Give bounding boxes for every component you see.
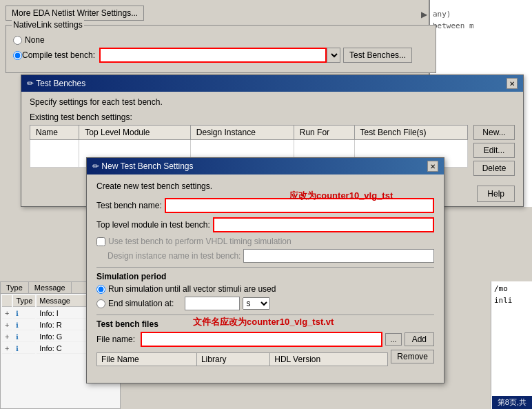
expand-cell[interactable]: +	[2, 343, 12, 354]
nativelink-group: NativeLink settings None Compile test be…	[6, 25, 436, 73]
add-button[interactable]: Add	[405, 332, 434, 346]
run-all-radio-row: Run simulation until all vector stimuli …	[96, 284, 434, 294]
type-cell: ℹ	[13, 332, 35, 342]
msg-col-expand	[2, 295, 12, 307]
testbench-name-label: Test bench name:	[96, 201, 162, 210]
end-sim-input-row: s	[185, 297, 270, 310]
file-col-library: Library	[196, 353, 269, 366]
cell-name	[30, 140, 79, 168]
compile-input[interactable]: counter10_vlg_tst	[99, 48, 327, 63]
edit-button[interactable]: Edit...	[473, 143, 515, 158]
divider2	[96, 315, 434, 315]
design-instance-label: Design instance name in test bench:	[108, 251, 241, 261]
remove-button[interactable]: Remove	[391, 350, 434, 363]
vhdl-checkbox-label: Use test bench to perform VHDL timing si…	[108, 237, 291, 246]
none-label: None	[25, 35, 45, 45]
annotation-text-2: 文件名应改为counter10_vlg_tst.vt	[193, 316, 334, 328]
right-line1: /mo	[494, 284, 529, 293]
nativelink-group-label: NativeLink settings	[12, 20, 84, 30]
col-test-bench-files: Test Bench File(s)	[354, 126, 467, 140]
code-line-between: between m	[433, 21, 529, 30]
info-icon: ℹ	[16, 345, 19, 352]
expand-cell[interactable]: +	[2, 308, 12, 319]
table-buttons: New... Edit... Delete	[473, 125, 515, 176]
top-level-input[interactable]: counter_vlg_tst	[213, 217, 434, 232]
col-design-instance: Design Instance	[190, 126, 294, 140]
compile-label: Compile test bench:	[22, 50, 95, 60]
file-cell-hdl	[270, 366, 388, 377]
compile-radio-row: Compile test bench: counter10_vlg_tst Te…	[13, 48, 429, 63]
col-name: Name	[30, 126, 79, 140]
end-sim-radio-row: End simulation at: s	[96, 297, 434, 310]
right-panel-bottom: /mo inli	[491, 281, 532, 409]
info-icon: ℹ	[16, 333, 19, 341]
msg-col-type: Type	[13, 295, 35, 307]
compile-radio[interactable]	[13, 51, 22, 60]
browse-button[interactable]: ...	[385, 333, 401, 346]
delete-button[interactable]: Delete	[473, 161, 515, 176]
code-line-any: any)	[433, 4, 529, 19]
eda-settings-button[interactable]: More EDA Netlist Writer Settings...	[6, 6, 144, 21]
help-button[interactable]: Help	[477, 186, 515, 202]
compile-dropdown[interactable]	[327, 48, 340, 63]
new-bench-title-icon: ✏	[92, 161, 99, 171]
right-line2: inli	[494, 296, 529, 305]
file-row: File name: simulation/modelsim/counter10…	[96, 332, 434, 347]
col-run-for: Run For	[294, 126, 354, 140]
file-table-area: File Name Library HDL Version Remov	[96, 350, 434, 376]
file-table-row	[97, 366, 388, 377]
design-instance-row: Design instance name in test bench: NA	[108, 249, 434, 263]
expand-cell[interactable]: +	[2, 332, 12, 342]
type-cell: ℹ	[13, 320, 35, 330]
page-badge: 第8页,共	[492, 396, 532, 409]
expand-arrow-icon[interactable]: ▶	[421, 10, 427, 19]
annotation-text-1: 应改为counter10_vlg_tst	[289, 190, 393, 202]
end-sim-input[interactable]	[185, 297, 240, 310]
info-icon: ℹ	[16, 321, 19, 329]
new-bench-titlebar: ✏ New Test Bench Settings ✕	[87, 158, 444, 174]
test-benches-title-icon: ✏	[27, 79, 34, 88]
top-level-label: Top level module in test bench:	[96, 220, 210, 230]
design-instance-input[interactable]: NA	[243, 249, 434, 263]
expand-cell[interactable]: +	[2, 320, 12, 330]
none-radio[interactable]	[13, 36, 22, 45]
simulation-options: Run simulation until all vector stimuli …	[96, 284, 434, 310]
test-benches-button[interactable]: Test Benches...	[343, 48, 412, 63]
file-name-label: File name:	[96, 335, 135, 344]
end-sim-unit-select[interactable]: s	[243, 297, 270, 310]
none-radio-row: None	[13, 35, 429, 45]
type-tab[interactable]: Type	[1, 282, 29, 293]
message-tab[interactable]: Message	[29, 282, 72, 293]
new-bench-body: Create new test bench settings. Test ben…	[87, 174, 444, 383]
file-table: File Name Library HDL Version	[96, 352, 388, 376]
divider1	[96, 267, 434, 268]
info-icon: ℹ	[16, 310, 19, 317]
new-bench-close-button[interactable]: ✕	[427, 161, 438, 172]
file-cell-library	[196, 366, 269, 377]
new-bench-title: New Test Bench Settings	[101, 161, 193, 171]
run-all-label: Run simulation until all vector stimuli …	[108, 284, 276, 294]
existing-label: Existing test bench settings:	[30, 112, 515, 122]
test-benches-description: Specify settings for each test bench.	[30, 97, 515, 107]
end-sim-label: End simulation at:	[108, 299, 174, 308]
test-benches-title: Test Benches	[36, 79, 85, 88]
simulation-period-label: Simulation period	[96, 272, 434, 281]
col-top-level: Top Level Module	[79, 126, 191, 140]
top-level-row: Top level module in test bench: counter_…	[96, 217, 434, 232]
file-col-hdl: HDL Version	[270, 353, 388, 366]
file-name-input[interactable]: simulation/modelsim/counter10.vt	[141, 332, 382, 347]
file-cell-name	[97, 366, 197, 377]
vhdl-checkbox-row: Use test bench to perform VHDL timing si…	[96, 237, 434, 246]
new-button[interactable]: New...	[473, 125, 515, 140]
end-sim-radio[interactable]	[96, 299, 105, 308]
top-bar: More EDA Netlist Writer Settings...	[6, 6, 144, 21]
test-benches-titlebar: ✏ Test Benches ✕	[21, 75, 523, 92]
run-all-radio[interactable]	[96, 285, 105, 294]
vhdl-checkbox[interactable]	[96, 237, 105, 246]
test-benches-close-button[interactable]: ✕	[507, 78, 518, 89]
type-cell: ℹ	[13, 343, 35, 354]
type-cell: ℹ	[13, 308, 35, 319]
file-col-name: File Name	[97, 353, 197, 366]
